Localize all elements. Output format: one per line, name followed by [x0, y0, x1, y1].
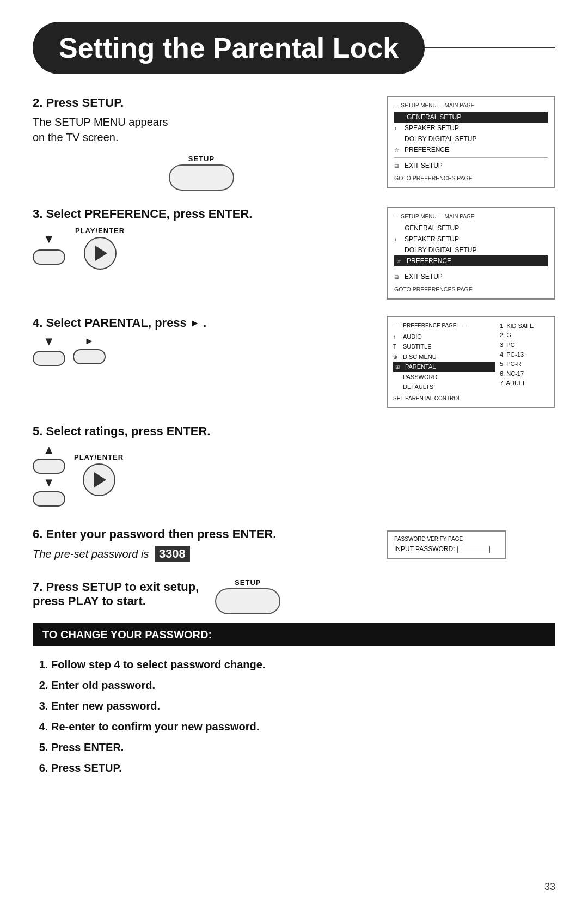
s4-nav-oval2[interactable] — [73, 349, 106, 364]
step7-setup-button[interactable] — [215, 588, 280, 614]
play-enter-label: PLAY/ENTER — [75, 227, 125, 235]
s5-nav-oval2[interactable] — [33, 491, 65, 507]
s4-arrow-right: ► — [84, 335, 94, 347]
ratings-list: 1. KID SAFE 2. G 3. PG 4. PG-13 5. PG-R … — [500, 321, 549, 388]
goto-pref: GOTO PREFERENCES PAGE — [394, 174, 548, 183]
step3-screen: - - SETUP MENU - - MAIN PAGE GENERAL SET… — [387, 207, 555, 300]
step7-heading: 7. Press SETUP to exit setup,press PLAY … — [33, 580, 199, 608]
step4-arrow-inline: ► — [190, 318, 200, 329]
step4-controls: ▼ ► — [33, 334, 370, 366]
step6-screen: PASSWORD VERIFY PAGE INPUT PASSWORD: — [387, 530, 555, 559]
change-pw-heading: TO CHANGE YOUR PASSWORD: — [42, 629, 212, 640]
s3-dolby: DOLBY DIGITAL SETUP — [394, 245, 548, 255]
pref-disc-menu: ⊕DISC MENU — [393, 352, 495, 362]
pref-parental: ⊞PARENTAL — [393, 362, 495, 372]
subtitle-icon: T — [393, 343, 401, 351]
step5-heading: 5. Select ratings, press ENTER. — [33, 424, 370, 438]
pref-subtitle: TSUBTITLE — [393, 341, 495, 352]
exit-icon: ⊟ — [394, 162, 402, 170]
pref-password: PASSWORD — [393, 372, 495, 382]
step6-pw-italic: The pre-set password is — [33, 548, 149, 560]
s3-speaker-icon: ♪ — [394, 235, 402, 243]
pref-left-col: - - - PREFERENCE PAGE - - - ♪AUDIO TSUBT… — [393, 321, 495, 402]
step6-input-box[interactable] — [457, 546, 490, 553]
s4-arrow-down: ▼ — [43, 334, 55, 349]
s3-preference: ☆PREFERENCE — [394, 255, 548, 266]
step2-divider — [394, 157, 548, 158]
pref-icon: ☆ — [394, 146, 402, 154]
step5-section: 5. Select ratings, press ENTER. ▲ ▼ PLAY… — [33, 424, 555, 511]
step4-pref-screen: - - - PREFERENCE PAGE - - - ♪AUDIO TSUBT… — [387, 316, 555, 408]
step2-left: 2. Press SETUP. The SETUP MENU appearson… — [33, 96, 370, 191]
pref-audio: ♪AUDIO — [393, 332, 495, 342]
step6-password: 3308 — [155, 546, 190, 562]
s5-arrow-up: ▲ — [43, 443, 55, 457]
step3-controls: ▼ PLAY/ENTER — [33, 227, 370, 270]
step2-tv-screen: - - SETUP MENU - - MAIN PAGE GENERAL SET… — [387, 96, 555, 188]
step6-pw-screen: PASSWORD VERIFY PAGE INPUT PASSWORD: — [387, 530, 506, 559]
step6-pw-title: PASSWORD VERIFY PAGE — [394, 536, 499, 542]
change-pw-bar: TO CHANGE YOUR PASSWORD: — [33, 623, 555, 646]
change-pw-item-4: Re-enter to confirm your new password. — [51, 716, 555, 737]
nav-oval[interactable] — [33, 249, 65, 265]
s3-pref-icon: ☆ — [396, 257, 404, 265]
step6-heading: 6. Enter your password then press ENTER. — [33, 527, 370, 541]
step6-pw-row: The pre-set password is 3308 — [33, 546, 370, 562]
setup-button[interactable] — [169, 164, 234, 191]
step7-row: 7. Press SETUP to exit setup,press PLAY … — [33, 578, 555, 614]
step2-controls: SETUP — [33, 155, 370, 191]
change-pw-item-2: Enter old password. — [51, 675, 555, 696]
step6-left: 6. Enter your password then press ENTER.… — [33, 527, 370, 562]
step4-section: 4. Select PARENTAL, press ► . ▼ ► - - - … — [33, 316, 555, 408]
step4-left: 4. Select PARENTAL, press ► . ▼ ► — [33, 316, 370, 370]
step7-section: 7. Press SETUP to exit setup,press PLAY … — [33, 578, 555, 614]
title-banner: Setting the Parental Lock — [33, 22, 555, 74]
audio-icon: ♪ — [393, 333, 401, 341]
s5-nav-oval1[interactable] — [33, 459, 65, 474]
disc-icon: ⊕ — [393, 353, 401, 361]
title-box: Setting the Parental Lock — [33, 22, 425, 74]
play-triangle-icon — [95, 246, 107, 261]
step5-play-icon — [94, 472, 106, 487]
s4-nav-oval[interactable] — [33, 351, 65, 366]
s3-exit: ⊟EXIT SETUP — [394, 271, 548, 282]
step6-section: 6. Enter your password then press ENTER.… — [33, 527, 555, 562]
speaker-icon: ♪ — [394, 124, 402, 132]
step3-section: 3. Select PREFERENCE, press ENTER. ▼ PLA… — [33, 207, 555, 300]
step6-pw-field: INPUT PASSWORD: — [394, 545, 499, 553]
step7-text: 7. Press SETUP to exit setup,press PLAY … — [33, 580, 199, 613]
page-title: Setting the Parental Lock — [59, 32, 399, 64]
nav-down-icon: ▼ — [43, 232, 55, 246]
step3-tv-screen: - - SETUP MENU - - MAIN PAGE GENERAL SET… — [387, 207, 555, 300]
change-pw-list: Follow step 4 to select password change.… — [38, 654, 555, 778]
step2-menu-title: - - SETUP MENU - - MAIN PAGE — [394, 101, 548, 109]
s5-arrow-down: ▼ — [43, 475, 55, 490]
step2-screen: - - SETUP MENU - - MAIN PAGE GENERAL SET… — [387, 96, 555, 188]
step2-heading: 2. Press SETUP. — [33, 96, 370, 110]
step5-play-button[interactable] — [83, 463, 115, 496]
menu-exit-setup: ⊟EXIT SETUP — [394, 160, 548, 171]
page-number: 33 — [544, 881, 555, 893]
s3-exit-icon: ⊟ — [394, 273, 402, 281]
step2-subtext: The SETUP MENU appearson the TV screen. — [33, 114, 370, 145]
step4-screen: - - - PREFERENCE PAGE - - - ♪AUDIO TSUBT… — [387, 316, 555, 408]
play-enter-button[interactable] — [84, 237, 117, 270]
menu-general-setup: GENERAL SETUP — [394, 112, 548, 123]
step7-controls: SETUP — [215, 578, 280, 614]
pref-defaults: DEFAULTS — [393, 382, 495, 392]
step5-left: 5. Select ratings, press ENTER. ▲ ▼ PLAY… — [33, 424, 370, 511]
change-pw-item-6: Press SETUP. — [51, 758, 555, 778]
step4-heading: 4. Select PARENTAL, press ► . — [33, 316, 370, 330]
title-line — [425, 47, 555, 48]
change-pw-item-5: Press ENTER. — [51, 737, 555, 758]
step5-controls: ▲ ▼ PLAY/ENTER — [33, 443, 370, 507]
s3-speaker: ♪SPEAKER SETUP — [394, 234, 548, 245]
s3-goto: GOTO PREFERENCES PAGE — [394, 285, 548, 294]
s3-divider — [394, 269, 548, 269]
step5-row1: ▲ ▼ PLAY/ENTER — [33, 443, 370, 507]
parental-icon: ⊞ — [395, 363, 403, 371]
change-pw-ol: Follow step 4 to select password change.… — [38, 654, 555, 778]
step2-section: 2. Press SETUP. The SETUP MENU appearson… — [33, 96, 555, 191]
menu-preference: ☆PREFERENCE — [394, 144, 548, 155]
step2-setup-label: SETUP — [188, 155, 215, 163]
